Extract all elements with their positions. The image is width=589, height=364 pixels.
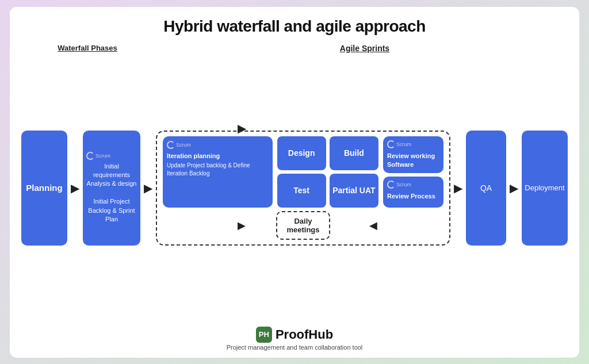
planning-label: Planning — [26, 183, 62, 193]
proofhub-badge: PH — [256, 327, 272, 343]
proofhub-name: ProofHub — [276, 327, 333, 342]
proofhub-tagline: Project management and team collaboratio… — [227, 344, 363, 351]
iteration-box: Scrum Iteration planning Update Project … — [163, 136, 273, 208]
flow-row: Planning ▶ Scrum Initial requirements An… — [21, 55, 568, 321]
test-box: Test — [277, 174, 326, 208]
scrum-icon-1: Scrum — [86, 152, 110, 160]
review-process-box: Scrum Review Process — [383, 177, 443, 207]
daily-meetings-label: Daily meetings — [286, 217, 319, 234]
daily-arrow-left: ▶ — [238, 219, 246, 232]
agile-label: Agile Sprints — [212, 44, 517, 53]
review-process-text: Review Process — [387, 192, 439, 201]
iteration-desc: Update Project backlog & Define Iteratio… — [167, 162, 269, 178]
partial-uat-box: Partial UAT — [330, 174, 378, 208]
build-box: Build — [330, 136, 378, 170]
review-working-box: Scrum Review working Software — [383, 136, 443, 174]
qa-label: QA — [480, 183, 492, 193]
qa-box: QA — [466, 131, 506, 246]
daily-arrow-right: ◀ — [369, 219, 377, 232]
review-working-text: Review working Software — [387, 152, 439, 170]
scrum-icon-3: Scrum — [387, 140, 411, 148]
proofhub-logo: PH ProofHub — [256, 327, 333, 343]
initial-box: Scrum Initial requirements Analysis & de… — [83, 131, 140, 246]
diagram-area: Waterfall Phases Agile Sprints Planning … — [21, 44, 568, 321]
design-box: Design — [277, 136, 326, 170]
review-col: Scrum Review working Software Scrum Revi… — [383, 136, 443, 208]
footer: PH ProofHub Project management and team … — [227, 327, 363, 351]
planning-box: Planning — [21, 131, 67, 246]
page-title: Hybrid waterfall and agile approach — [163, 17, 426, 36]
scrum-icon-2: Scrum — [167, 141, 191, 149]
top-flow-arrow: ▶ — [238, 121, 246, 135]
agile-inner-top: Scrum Iteration planning Update Project … — [163, 136, 443, 208]
sprint-grid-container: Design Build Test Partial UAT — [277, 136, 379, 208]
agile-sprint-container: ▶ Scrum Iteration planning Update Projec… — [156, 131, 450, 246]
deployment-label: Deployment — [525, 183, 564, 192]
labels-row: Waterfall Phases Agile Sprints — [21, 44, 568, 53]
scrum-icon-4: Scrum — [387, 181, 411, 189]
daily-meetings-box: Daily meetings — [276, 211, 330, 240]
iteration-title: Iteration planning — [167, 152, 269, 159]
agile-bottom: ▶ Daily meetings ◀ — [163, 211, 443, 240]
arrow-3: ▶ — [454, 181, 462, 195]
page-background: Hybrid waterfall and agile approach Wate… — [0, 0, 589, 364]
deployment-box: Deployment — [522, 131, 568, 246]
arrow-4: ▶ — [510, 181, 518, 195]
initial-text: Initial requirements Analysis & design I… — [86, 162, 137, 224]
arrow-1: ▶ — [71, 181, 79, 195]
main-card: Hybrid waterfall and agile approach Wate… — [10, 7, 579, 358]
waterfall-label: Waterfall Phases — [27, 44, 148, 53]
arrow-2: ▶ — [144, 181, 152, 195]
sprint-grid: Design Build Test Partial UAT — [277, 136, 379, 208]
